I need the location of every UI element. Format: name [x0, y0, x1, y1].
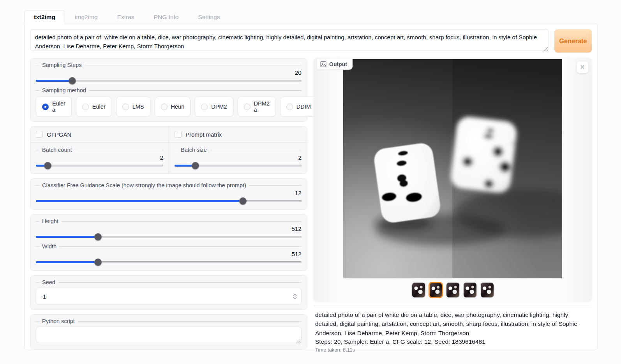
tab-settings[interactable]: Settings [188, 10, 229, 24]
chevron-up-icon [293, 294, 297, 296]
slider-thumb[interactable] [44, 162, 51, 169]
slider-thumb[interactable] [192, 162, 199, 169]
slider-thumb[interactable] [69, 77, 76, 84]
prompt-resize-handle[interactable] [543, 47, 548, 51]
seed-spinner[interactable] [291, 292, 299, 301]
sampling-method-group: Euler a Euler LMS Heun DPM2 DPM2 a DDIM … [36, 97, 302, 117]
output-column: Output ✕ [314, 58, 592, 353]
radio-euler-a[interactable]: Euler a [36, 97, 72, 117]
radio-euler[interactable]: Euler [76, 97, 112, 117]
batch-size-slider[interactable] [175, 162, 302, 169]
radio-icon [244, 104, 251, 110]
radio-icon [42, 104, 49, 110]
slider-thumb[interactable] [239, 197, 247, 205]
radio-label: DPM2 a [254, 100, 270, 113]
radio-icon [122, 104, 129, 110]
tab-txt2img[interactable]: txt2img [24, 10, 65, 24]
app-page: txt2img img2img Extras PNG Info Settings… [0, 0, 621, 349]
radio-icon [161, 104, 168, 110]
slider-thumb[interactable] [94, 233, 102, 241]
cfg-slider[interactable] [36, 197, 302, 205]
gallery-thumbnail[interactable] [411, 282, 426, 298]
seed-box [36, 288, 302, 305]
script-resize-handle[interactable] [296, 339, 300, 343]
tab-img2img[interactable]: img2img [65, 10, 108, 24]
settings-column: Sampling Steps 20 Sampling method Euler … [30, 58, 307, 353]
batch-count-value: 2 [36, 154, 163, 162]
gfpgan-label: GFPGAN [47, 131, 71, 138]
close-icon[interactable]: ✕ [577, 62, 588, 73]
chevron-down-icon [293, 297, 297, 299]
options-batch-panel: GFPGAN Prompt matrix Batch count 2 [30, 126, 307, 174]
radio-icon [286, 104, 293, 110]
slider-fill [36, 261, 98, 263]
radio-label: LMS [132, 104, 144, 110]
seed-input[interactable] [36, 288, 302, 305]
radio-icon [82, 104, 89, 110]
generated-image[interactable] [343, 59, 562, 278]
gfpgan-cell: GFPGAN [30, 127, 169, 142]
tab-png-info[interactable]: PNG Info [144, 10, 189, 24]
radio-label: Euler [92, 104, 106, 110]
sampling-panel: Sampling Steps 20 Sampling method Euler … [30, 58, 307, 122]
seed-panel: Seed [30, 275, 307, 310]
gallery-thumbnail[interactable] [446, 282, 460, 298]
width-slider[interactable] [36, 258, 302, 266]
generate-button[interactable]: Generate [554, 29, 592, 53]
sampling-method-label: Sampling method [36, 87, 302, 93]
prompt-matrix-checkbox-item[interactable]: Prompt matrix [175, 131, 302, 138]
gfpgan-checkbox[interactable] [36, 131, 43, 138]
sampling-steps-value: 20 [36, 69, 302, 77]
txt2img-panel: detailed photo of a pair of white die on… [24, 24, 598, 349]
cfg-label: Classifier Free Guidance Scale (how stro… [36, 182, 302, 188]
gallery-thumbnail[interactable] [429, 282, 443, 298]
tab-bar: txt2img img2img Extras PNG Info Settings [24, 10, 598, 24]
batch-size-value: 2 [175, 154, 302, 162]
radio-icon [201, 104, 208, 110]
slider-fill [36, 236, 98, 238]
output-info: detailed photo of a pair of white die on… [314, 306, 592, 353]
output-params: Steps: 20, Sampler: Euler a, CFG scale: … [315, 338, 590, 345]
script-label: Python script [36, 318, 302, 324]
radio-label: Heun [171, 104, 185, 110]
output-caption: detailed photo of a pair of white die on… [315, 310, 588, 338]
slider-fill [36, 200, 243, 202]
slider-fill [36, 80, 72, 82]
height-slider[interactable] [36, 233, 302, 241]
batch-count-label: Batch count [36, 147, 163, 153]
height-label: Height [36, 218, 302, 224]
gallery-thumbnail[interactable] [463, 282, 477, 298]
script-input[interactable] [36, 327, 302, 343]
width-value: 512 [36, 250, 302, 258]
cfg-value: 12 [36, 189, 302, 197]
sampling-steps-slider[interactable] [36, 77, 302, 84]
batch-count-cell: Batch count 2 [30, 142, 169, 174]
output-chip: Output [317, 59, 353, 70]
radio-label: DDIM [296, 104, 311, 110]
prompt-row: detailed photo of a pair of white die on… [30, 29, 592, 53]
prompt-input[interactable]: detailed photo of a pair of white die on… [30, 29, 549, 51]
radio-label: Euler a [52, 100, 65, 113]
radio-dpm2[interactable]: DPM2 [195, 97, 233, 117]
batch-count-slider[interactable] [36, 162, 163, 169]
radio-ddim[interactable]: DDIM [280, 97, 317, 117]
output-label: Output [329, 61, 347, 67]
radio-dpm2-a[interactable]: DPM2 a [238, 97, 276, 117]
output-gallery: Output ✕ [314, 58, 592, 302]
prompt-matrix-cell: Prompt matrix [169, 127, 307, 142]
gfpgan-checkbox-item[interactable]: GFPGAN [36, 131, 163, 138]
gallery-thumbnail[interactable] [480, 282, 494, 298]
cfg-panel: Classifier Free Guidance Scale (how stro… [30, 178, 307, 210]
radio-lms[interactable]: LMS [116, 97, 150, 117]
seed-label: Seed [36, 279, 302, 285]
batch-size-label: Batch size [175, 147, 302, 153]
slider-thumb[interactable] [94, 258, 102, 266]
prompt-matrix-checkbox[interactable] [175, 131, 182, 138]
script-panel: Python script [30, 314, 307, 350]
slider-track[interactable] [36, 165, 163, 167]
image-icon [320, 61, 326, 67]
height-value: 512 [36, 225, 302, 233]
tab-extras[interactable]: Extras [108, 10, 144, 24]
prompt-matrix-label: Prompt matrix [185, 131, 222, 138]
radio-heun[interactable]: Heun [155, 97, 191, 117]
